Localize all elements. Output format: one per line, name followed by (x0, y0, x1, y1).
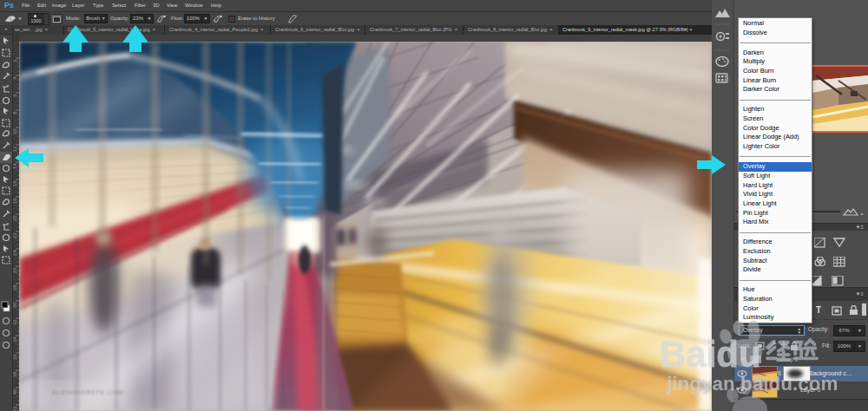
svg-text:18: 18 (13, 198, 17, 204)
svg-text:26: 26 (13, 267, 17, 273)
svg-text:36: 36 (13, 354, 17, 360)
svg-text:10: 10 (13, 128, 17, 134)
svg-text:20: 20 (13, 215, 17, 221)
svg-text:32: 32 (13, 319, 17, 325)
svg-text:22: 22 (13, 232, 17, 238)
svg-text:14: 14 (13, 163, 17, 169)
svg-text:42: 42 (13, 406, 17, 411)
svg-text:24: 24 (13, 250, 17, 256)
svg-text:16: 16 (13, 180, 17, 186)
svg-text:ALEXHOGREFE.COM: ALEXHOGREFE.COM (52, 389, 124, 395)
svg-text:28: 28 (13, 284, 17, 290)
svg-text:34: 34 (13, 336, 17, 342)
svg-text:30: 30 (13, 302, 17, 308)
svg-text:40: 40 (13, 388, 17, 395)
svg-text:38: 38 (13, 371, 17, 377)
svg-text:12: 12 (13, 146, 17, 152)
